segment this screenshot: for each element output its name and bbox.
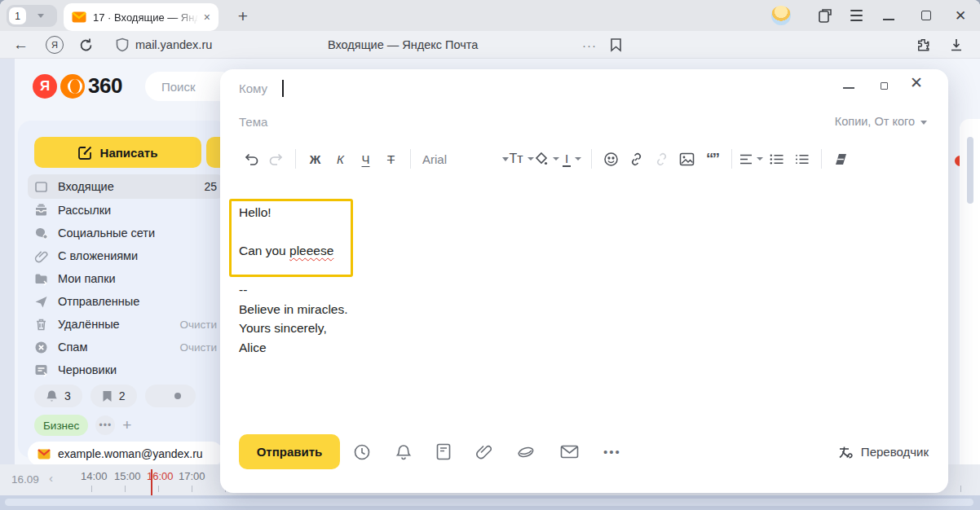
insert-image-button[interactable] (674, 145, 700, 173)
cc-from-toggle[interactable]: Копии, От кого (835, 115, 927, 128)
labels-more-button[interactable]: ••• (95, 415, 115, 435)
italic-button[interactable]: К (328, 145, 353, 173)
sidebar-item-mailings[interactable]: Рассылки (28, 199, 223, 222)
translator-button[interactable]: Переводчик (837, 434, 929, 469)
folder-label: С вложениями (58, 249, 138, 262)
horizontal-scrollbar[interactable] (5, 499, 973, 506)
compose-actions: ••• (353, 434, 621, 469)
flag-icon (102, 390, 113, 402)
yandex360-logo[interactable]: Я 360 (33, 73, 122, 99)
new-tab-button[interactable]: + (231, 4, 255, 29)
compose-label: Написать (100, 146, 158, 160)
address-bar-url[interactable]: mail.yandex.ru (135, 31, 212, 59)
highlight-color-button[interactable] (534, 145, 559, 173)
bookmark-icon[interactable] (610, 31, 622, 59)
send-button[interactable]: Отправить (239, 434, 340, 469)
sidebar-item-attachments[interactable]: С вложениями (28, 244, 223, 267)
redo-button[interactable] (263, 145, 289, 173)
sidebar-item-drafts[interactable]: Черновики (28, 358, 223, 381)
add-label-button[interactable]: + (122, 416, 131, 434)
yandex-home-button[interactable]: Я (46, 31, 64, 59)
user-avatar[interactable] (771, 6, 791, 25)
address-overflow-menu[interactable]: ··· (582, 31, 597, 59)
chevron-down-icon (38, 14, 44, 18)
timeline-prev-icon[interactable]: ‹ (49, 471, 53, 485)
reminder-bell-icon[interactable] (395, 443, 412, 461)
editor-toolbar: Ж К Ч Т Arial Тт (238, 144, 934, 174)
account-chip[interactable]: example.woman@yandex.ru (28, 442, 223, 466)
compose-modal: Кому ✕ Тема Копии, От кого (220, 69, 948, 493)
message-body[interactable]: Hello! Can you pleeese (239, 203, 333, 261)
subject-field[interactable]: Тема (239, 115, 267, 129)
clear-formatting-button[interactable] (828, 145, 854, 173)
compose-minimize-button[interactable] (840, 74, 858, 92)
remove-link-button[interactable] (649, 145, 674, 173)
numbered-list-button[interactable] (789, 145, 814, 173)
strikethrough-button[interactable]: Т (378, 145, 404, 173)
tab-inbox[interactable]: 17 · Входящие — Яндек × (64, 3, 219, 31)
font-family-select[interactable]: Arial (417, 152, 509, 166)
underline-button[interactable]: Ч (353, 145, 378, 173)
folder-label: Мои папки (58, 272, 116, 285)
mail-favicon-icon (72, 11, 86, 23)
side-panels-icon[interactable] (814, 0, 837, 31)
tab-title: 17 · Входящие — Яндек (93, 11, 201, 24)
compose-close-button[interactable]: ✕ (910, 73, 923, 92)
maximize-button[interactable] (915, 0, 938, 31)
font-family-value: Arial (422, 152, 447, 166)
sidebar-item-sent[interactable]: Отправленные (28, 290, 223, 313)
attach-file-icon[interactable] (475, 443, 492, 461)
tab-strip: 1 17 · Входящие — Яндек × + (0, 0, 980, 31)
folder-list: Входящие 25 Рассылки Социальные сети (28, 174, 223, 381)
bookmarks-badge[interactable]: 2 (90, 385, 137, 407)
clear-folder-link[interactable]: Очисти (179, 341, 217, 354)
compose-restore-button[interactable] (881, 82, 888, 90)
tab-group-counter[interactable]: 1 (7, 5, 57, 27)
attach-from-mail-icon[interactable] (560, 445, 579, 459)
bottom-strip (0, 495, 980, 510)
sidebar-item-spam[interactable]: Спам Очисти (28, 336, 223, 358)
emoji-button[interactable] (598, 145, 624, 173)
security-shield-icon[interactable] (116, 31, 129, 59)
bold-button[interactable]: Ж (302, 145, 328, 173)
reminders-badge[interactable]: 3 (34, 385, 82, 407)
folder-label: Социальные сети (58, 226, 155, 240)
tab-close-icon[interactable]: × (204, 11, 210, 24)
label-business[interactable]: Бизнес (34, 415, 88, 436)
spam-icon (34, 341, 48, 354)
account-email: example.woman@yandex.ru (58, 447, 203, 460)
yadisk-attach-icon[interactable] (516, 445, 536, 459)
sidebar-item-trash[interactable]: Удалённые Очисти (28, 313, 223, 336)
extensions-puzzle-icon[interactable] (916, 31, 932, 59)
sidebar-item-my-folders[interactable]: Мои папки (28, 267, 223, 290)
schedule-send-icon[interactable] (353, 443, 371, 461)
clear-folder-link[interactable]: Очисти (179, 319, 217, 331)
vertical-scrollbar[interactable] (967, 137, 973, 204)
dot-filter-badge[interactable] (145, 385, 196, 407)
compose-pencil-icon (78, 146, 92, 160)
template-icon[interactable] (436, 443, 451, 460)
undo-button[interactable] (238, 145, 263, 173)
downloads-icon[interactable] (949, 31, 964, 59)
close-window-button[interactable]: ✕ (949, 0, 972, 31)
to-field[interactable]: Кому (239, 81, 267, 95)
menu-icon[interactable] (845, 0, 867, 31)
insert-link-button[interactable] (624, 145, 649, 173)
compose-button[interactable]: Написать (34, 137, 201, 168)
sidebar-item-social[interactable]: Социальные сети (28, 222, 223, 244)
minimize-button[interactable] (877, 0, 900, 31)
compose-more-button[interactable]: ••• (603, 445, 621, 459)
align-button[interactable] (739, 145, 764, 173)
bullet-list-button[interactable] (764, 145, 789, 173)
yandex-logo-icon: Я (46, 36, 64, 54)
quick-filters: 3 2 (34, 385, 196, 407)
refresh-button[interactable] (78, 31, 94, 59)
dot-icon (174, 393, 181, 399)
sidebar-item-inbox[interactable]: Входящие 25 (28, 174, 223, 199)
reminders-count: 3 (64, 389, 71, 402)
back-button[interactable]: ← (13, 31, 29, 59)
blockquote-button[interactable]: “” (700, 145, 725, 173)
font-size-select[interactable]: Тт (509, 145, 534, 173)
signature-block[interactable]: -- Believe in miracles. Yours sincerely,… (239, 280, 348, 357)
text-color-button[interactable]: I (559, 145, 585, 173)
